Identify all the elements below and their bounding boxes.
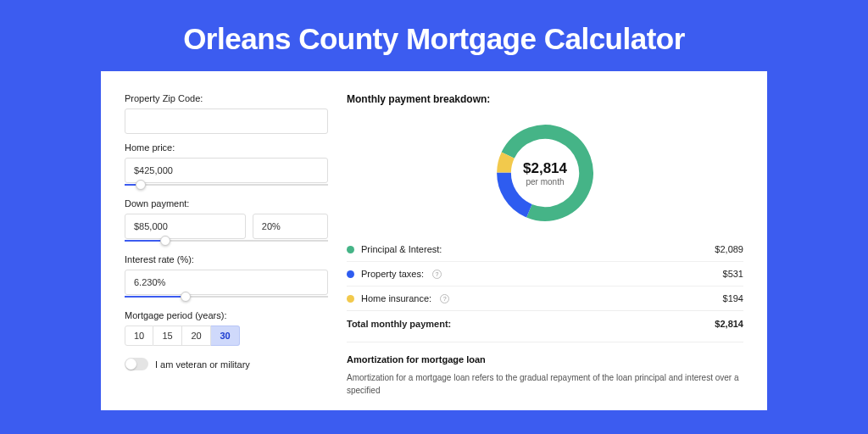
legend-label: Principal & Interest: — [361, 244, 442, 254]
info-icon[interactable]: ? — [440, 294, 449, 303]
donut-center-sub: per month — [526, 177, 564, 186]
calculator-panel: Property Zip Code: Home price: Down paym… — [101, 71, 767, 410]
period-option-30[interactable]: 30 — [211, 326, 240, 346]
amortization-text: Amortization for a mortgage loan refers … — [347, 371, 743, 397]
legend-dot-icon — [347, 246, 354, 253]
input-column: Property Zip Code: Home price: Down paym… — [125, 88, 328, 410]
slider-thumb[interactable] — [136, 180, 146, 190]
slider-thumb[interactable] — [181, 292, 191, 302]
amortization-title: Amortization for mortgage loan — [347, 354, 743, 364]
total-row: Total monthly payment: $2,814 — [347, 310, 743, 337]
interest-rate-label: Interest rate (%): — [125, 254, 328, 264]
toggle-knob-icon — [125, 359, 136, 370]
results-column: Monthly payment breakdown: $2,814 per mo… — [347, 88, 743, 410]
total-value: $2,814 — [715, 319, 743, 329]
total-label: Total monthly payment: — [347, 319, 451, 329]
legend-row: Property taxes:?$531 — [347, 261, 743, 286]
period-option-20[interactable]: 20 — [182, 326, 211, 346]
veteran-label: I am veteran or military — [155, 359, 250, 370]
mortgage-period-group: 10152030 — [125, 326, 328, 346]
legend-dot-icon — [347, 270, 354, 278]
legend-label: Home insurance: — [361, 293, 431, 303]
interest-rate-slider[interactable] — [125, 292, 328, 302]
legend-row: Principal & Interest:$2,089 — [347, 237, 743, 261]
legend-row: Home insurance:?$194 — [347, 286, 743, 310]
legend-value: $531 — [723, 269, 743, 279]
legend-dot-icon — [347, 295, 354, 303]
legend-value: $2,089 — [715, 244, 743, 254]
amortization-section: Amortization for mortgage loan Amortizat… — [347, 342, 743, 397]
period-option-15[interactable]: 15 — [153, 326, 182, 346]
mortgage-period-label: Mortgage period (years): — [125, 310, 328, 320]
donut-center-value: $2,814 — [523, 160, 567, 177]
legend-label: Property taxes: — [361, 269, 424, 279]
page-title: Orleans County Mortgage Calculator — [0, 0, 868, 71]
home-price-slider[interactable] — [125, 180, 328, 190]
period-option-10[interactable]: 10 — [125, 326, 153, 346]
home-price-label: Home price: — [125, 142, 328, 153]
legend: Principal & Interest:$2,089Property taxe… — [347, 237, 743, 310]
zip-input[interactable] — [125, 108, 328, 134]
zip-label: Property Zip Code: — [125, 93, 328, 103]
slider-thumb[interactable] — [160, 236, 170, 246]
veteran-toggle[interactable] — [125, 358, 148, 370]
breakdown-title: Monthly payment breakdown: — [347, 93, 743, 105]
payment-donut-chart: $2,814 per month — [491, 119, 599, 227]
down-payment-label: Down payment: — [125, 198, 328, 209]
down-payment-slider[interactable] — [125, 236, 328, 246]
legend-value: $194 — [723, 293, 743, 303]
info-icon[interactable]: ? — [432, 270, 442, 279]
